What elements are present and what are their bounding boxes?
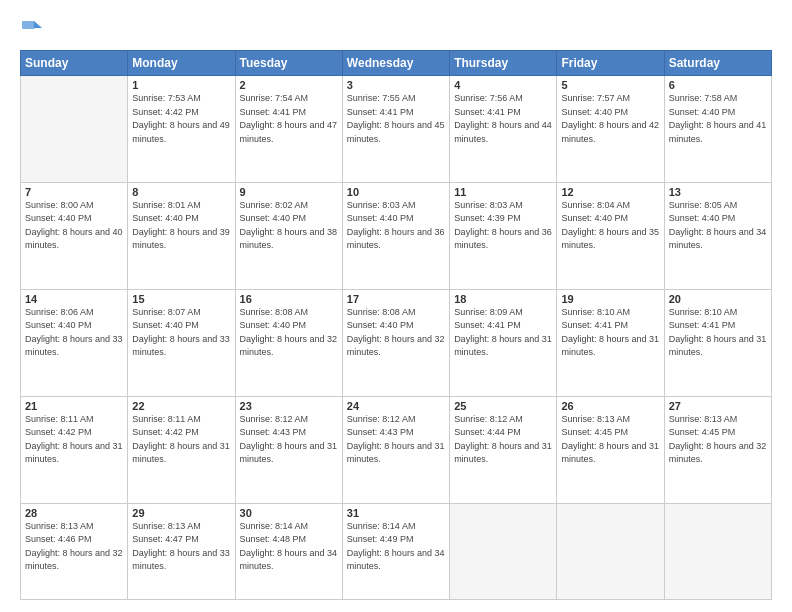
calendar-cell: 11Sunrise: 8:03 AMSunset: 4:39 PMDayligh…: [450, 182, 557, 289]
day-info: Sunrise: 8:02 AMSunset: 4:40 PMDaylight:…: [240, 199, 338, 253]
calendar-cell: 5Sunrise: 7:57 AMSunset: 4:40 PMDaylight…: [557, 76, 664, 183]
calendar-cell: 28Sunrise: 8:13 AMSunset: 4:46 PMDayligh…: [21, 503, 128, 600]
day-info: Sunrise: 8:03 AMSunset: 4:40 PMDaylight:…: [347, 199, 445, 253]
day-number: 9: [240, 186, 338, 198]
day-number: 14: [25, 293, 123, 305]
calendar-cell: 17Sunrise: 8:08 AMSunset: 4:40 PMDayligh…: [342, 289, 449, 396]
calendar-cell: 16Sunrise: 8:08 AMSunset: 4:40 PMDayligh…: [235, 289, 342, 396]
logo: [20, 18, 48, 42]
day-info: Sunrise: 8:13 AMSunset: 4:46 PMDaylight:…: [25, 520, 123, 574]
page: SundayMondayTuesdayWednesdayThursdayFrid…: [0, 0, 792, 612]
day-number: 1: [132, 79, 230, 91]
calendar-cell: 15Sunrise: 8:07 AMSunset: 4:40 PMDayligh…: [128, 289, 235, 396]
calendar-cell: 24Sunrise: 8:12 AMSunset: 4:43 PMDayligh…: [342, 396, 449, 503]
calendar-cell: 3Sunrise: 7:55 AMSunset: 4:41 PMDaylight…: [342, 76, 449, 183]
day-info: Sunrise: 8:03 AMSunset: 4:39 PMDaylight:…: [454, 199, 552, 253]
svg-rect-1: [22, 21, 35, 29]
weekday-header: Friday: [557, 51, 664, 76]
day-info: Sunrise: 8:05 AMSunset: 4:40 PMDaylight:…: [669, 199, 767, 253]
calendar-cell: 25Sunrise: 8:12 AMSunset: 4:44 PMDayligh…: [450, 396, 557, 503]
calendar-cell: 10Sunrise: 8:03 AMSunset: 4:40 PMDayligh…: [342, 182, 449, 289]
calendar-cell: 2Sunrise: 7:54 AMSunset: 4:41 PMDaylight…: [235, 76, 342, 183]
calendar-cell: 4Sunrise: 7:56 AMSunset: 4:41 PMDaylight…: [450, 76, 557, 183]
day-number: 3: [347, 79, 445, 91]
calendar-week-row: 21Sunrise: 8:11 AMSunset: 4:42 PMDayligh…: [21, 396, 772, 503]
day-number: 11: [454, 186, 552, 198]
weekday-header: Monday: [128, 51, 235, 76]
day-info: Sunrise: 8:08 AMSunset: 4:40 PMDaylight:…: [240, 306, 338, 360]
weekday-header: Sunday: [21, 51, 128, 76]
day-number: 16: [240, 293, 338, 305]
day-info: Sunrise: 8:14 AMSunset: 4:49 PMDaylight:…: [347, 520, 445, 574]
day-number: 28: [25, 507, 123, 519]
day-info: Sunrise: 8:12 AMSunset: 4:44 PMDaylight:…: [454, 413, 552, 467]
calendar-cell: 14Sunrise: 8:06 AMSunset: 4:40 PMDayligh…: [21, 289, 128, 396]
day-number: 19: [561, 293, 659, 305]
day-info: Sunrise: 7:58 AMSunset: 4:40 PMDaylight:…: [669, 92, 767, 146]
day-info: Sunrise: 8:00 AMSunset: 4:40 PMDaylight:…: [25, 199, 123, 253]
calendar-cell: 13Sunrise: 8:05 AMSunset: 4:40 PMDayligh…: [664, 182, 771, 289]
calendar-cell: [21, 76, 128, 183]
day-info: Sunrise: 8:11 AMSunset: 4:42 PMDaylight:…: [25, 413, 123, 467]
calendar-cell: 8Sunrise: 8:01 AMSunset: 4:40 PMDaylight…: [128, 182, 235, 289]
weekday-header: Tuesday: [235, 51, 342, 76]
day-info: Sunrise: 8:11 AMSunset: 4:42 PMDaylight:…: [132, 413, 230, 467]
day-number: 18: [454, 293, 552, 305]
day-number: 12: [561, 186, 659, 198]
day-info: Sunrise: 8:10 AMSunset: 4:41 PMDaylight:…: [669, 306, 767, 360]
day-number: 24: [347, 400, 445, 412]
calendar-cell: 21Sunrise: 8:11 AMSunset: 4:42 PMDayligh…: [21, 396, 128, 503]
day-info: Sunrise: 7:57 AMSunset: 4:40 PMDaylight:…: [561, 92, 659, 146]
calendar-cell: [664, 503, 771, 600]
day-number: 30: [240, 507, 338, 519]
day-number: 2: [240, 79, 338, 91]
day-number: 26: [561, 400, 659, 412]
calendar-week-row: 7Sunrise: 8:00 AMSunset: 4:40 PMDaylight…: [21, 182, 772, 289]
day-number: 25: [454, 400, 552, 412]
calendar-week-row: 28Sunrise: 8:13 AMSunset: 4:46 PMDayligh…: [21, 503, 772, 600]
logo-icon: [20, 18, 44, 42]
weekday-header-row: SundayMondayTuesdayWednesdayThursdayFrid…: [21, 51, 772, 76]
day-number: 10: [347, 186, 445, 198]
day-info: Sunrise: 7:55 AMSunset: 4:41 PMDaylight:…: [347, 92, 445, 146]
day-info: Sunrise: 8:08 AMSunset: 4:40 PMDaylight:…: [347, 306, 445, 360]
day-info: Sunrise: 8:06 AMSunset: 4:40 PMDaylight:…: [25, 306, 123, 360]
calendar-table: SundayMondayTuesdayWednesdayThursdayFrid…: [20, 50, 772, 600]
calendar-cell: 1Sunrise: 7:53 AMSunset: 4:42 PMDaylight…: [128, 76, 235, 183]
day-info: Sunrise: 8:14 AMSunset: 4:48 PMDaylight:…: [240, 520, 338, 574]
weekday-header: Thursday: [450, 51, 557, 76]
calendar-cell: 26Sunrise: 8:13 AMSunset: 4:45 PMDayligh…: [557, 396, 664, 503]
calendar-week-row: 1Sunrise: 7:53 AMSunset: 4:42 PMDaylight…: [21, 76, 772, 183]
day-info: Sunrise: 8:13 AMSunset: 4:45 PMDaylight:…: [669, 413, 767, 467]
day-number: 6: [669, 79, 767, 91]
calendar-cell: 6Sunrise: 7:58 AMSunset: 4:40 PMDaylight…: [664, 76, 771, 183]
day-number: 8: [132, 186, 230, 198]
calendar-cell: 27Sunrise: 8:13 AMSunset: 4:45 PMDayligh…: [664, 396, 771, 503]
day-number: 17: [347, 293, 445, 305]
header: [20, 18, 772, 42]
day-number: 13: [669, 186, 767, 198]
calendar-cell: 20Sunrise: 8:10 AMSunset: 4:41 PMDayligh…: [664, 289, 771, 396]
calendar-cell: 31Sunrise: 8:14 AMSunset: 4:49 PMDayligh…: [342, 503, 449, 600]
day-info: Sunrise: 8:13 AMSunset: 4:47 PMDaylight:…: [132, 520, 230, 574]
day-info: Sunrise: 8:09 AMSunset: 4:41 PMDaylight:…: [454, 306, 552, 360]
calendar-cell: [557, 503, 664, 600]
calendar-cell: [450, 503, 557, 600]
calendar-week-row: 14Sunrise: 8:06 AMSunset: 4:40 PMDayligh…: [21, 289, 772, 396]
calendar-cell: 30Sunrise: 8:14 AMSunset: 4:48 PMDayligh…: [235, 503, 342, 600]
calendar-cell: 9Sunrise: 8:02 AMSunset: 4:40 PMDaylight…: [235, 182, 342, 289]
day-info: Sunrise: 8:13 AMSunset: 4:45 PMDaylight:…: [561, 413, 659, 467]
weekday-header: Wednesday: [342, 51, 449, 76]
day-number: 4: [454, 79, 552, 91]
day-number: 22: [132, 400, 230, 412]
day-number: 31: [347, 507, 445, 519]
day-info: Sunrise: 8:01 AMSunset: 4:40 PMDaylight:…: [132, 199, 230, 253]
day-number: 27: [669, 400, 767, 412]
day-info: Sunrise: 7:53 AMSunset: 4:42 PMDaylight:…: [132, 92, 230, 146]
day-info: Sunrise: 8:04 AMSunset: 4:40 PMDaylight:…: [561, 199, 659, 253]
day-number: 23: [240, 400, 338, 412]
weekday-header: Saturday: [664, 51, 771, 76]
calendar-cell: 23Sunrise: 8:12 AMSunset: 4:43 PMDayligh…: [235, 396, 342, 503]
svg-marker-0: [34, 21, 42, 28]
day-info: Sunrise: 7:54 AMSunset: 4:41 PMDaylight:…: [240, 92, 338, 146]
